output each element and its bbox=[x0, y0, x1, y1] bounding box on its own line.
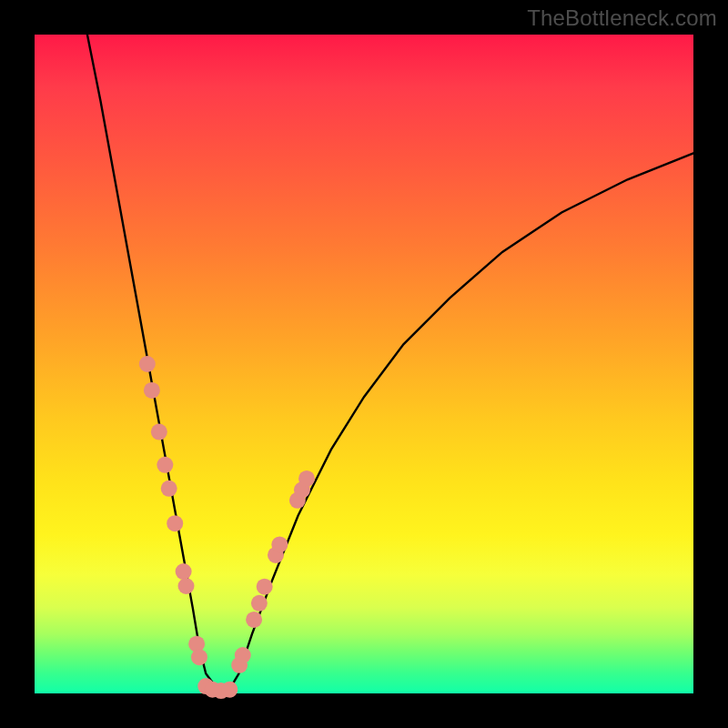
data-point bbox=[221, 682, 238, 698]
curve-right bbox=[229, 153, 693, 690]
data-point bbox=[298, 470, 315, 487]
data-point bbox=[161, 480, 177, 497]
data-point bbox=[139, 356, 156, 372]
data-point bbox=[157, 457, 173, 473]
data-point bbox=[176, 563, 192, 580]
data-point bbox=[257, 579, 273, 595]
data-points bbox=[139, 356, 315, 699]
data-point bbox=[191, 649, 207, 665]
plot-area bbox=[35, 35, 693, 693]
curve-layer bbox=[35, 35, 693, 693]
data-point bbox=[235, 647, 251, 663]
chart-frame: TheBottleneck.com bbox=[0, 0, 728, 728]
data-point bbox=[144, 382, 160, 399]
data-point bbox=[151, 424, 167, 440]
data-point bbox=[178, 578, 195, 594]
data-point bbox=[246, 612, 262, 628]
watermark-text: TheBottleneck.com bbox=[527, 5, 717, 31]
data-point bbox=[271, 536, 288, 552]
data-point bbox=[167, 515, 183, 531]
data-point bbox=[251, 595, 268, 612]
curve-left bbox=[87, 35, 229, 690]
